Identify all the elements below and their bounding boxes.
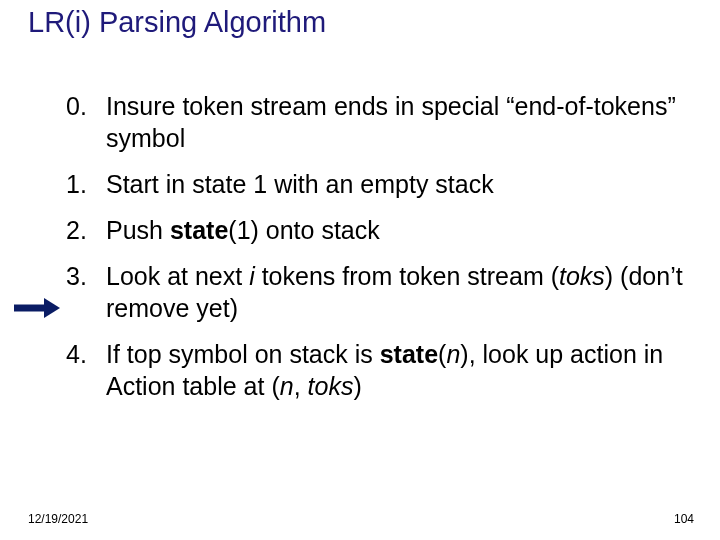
- footer-date: 12/19/2021: [28, 512, 88, 526]
- list-item-number: 1.: [66, 168, 106, 200]
- list-item-number: 3.: [66, 260, 106, 324]
- list-item: 1.Start in state 1 with an empty stack: [66, 168, 686, 200]
- arrow-icon: [12, 296, 60, 320]
- footer-page: 104: [674, 512, 694, 526]
- list-item: 2.Push state(1) onto stack: [66, 214, 686, 246]
- list-item: 3.Look at next i tokens from token strea…: [66, 260, 686, 324]
- list-item-text: Insure token stream ends in special “end…: [106, 90, 686, 154]
- svg-marker-1: [44, 298, 60, 318]
- list-item-text: If top symbol on stack is state(n), look…: [106, 338, 686, 402]
- list-item: 0.Insure token stream ends in special “e…: [66, 90, 686, 154]
- list-item: 4.If top symbol on stack is state(n), lo…: [66, 338, 686, 402]
- list-item-text: Start in state 1 with an empty stack: [106, 168, 686, 200]
- slide-title: LR(i) Parsing Algorithm: [28, 6, 326, 39]
- slide: LR(i) Parsing Algorithm 0.Insure token s…: [0, 0, 720, 540]
- list-item-text: Push state(1) onto stack: [106, 214, 686, 246]
- list-item-number: 4.: [66, 338, 106, 402]
- list-item-number: 2.: [66, 214, 106, 246]
- list-item-text: Look at next i tokens from token stream …: [106, 260, 686, 324]
- list-item-number: 0.: [66, 90, 106, 154]
- slide-body: 0.Insure token stream ends in special “e…: [66, 90, 686, 416]
